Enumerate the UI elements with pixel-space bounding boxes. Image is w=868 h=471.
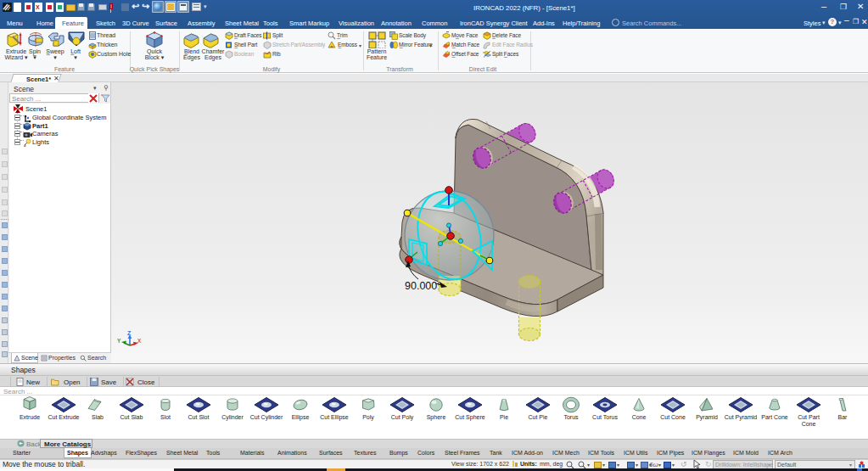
svg-text:Y: Y [117, 338, 121, 344]
svg-text:X: X [137, 338, 142, 344]
svg-text:Z: Z [127, 330, 132, 336]
svg-text:90.000°: 90.000° [405, 280, 441, 292]
